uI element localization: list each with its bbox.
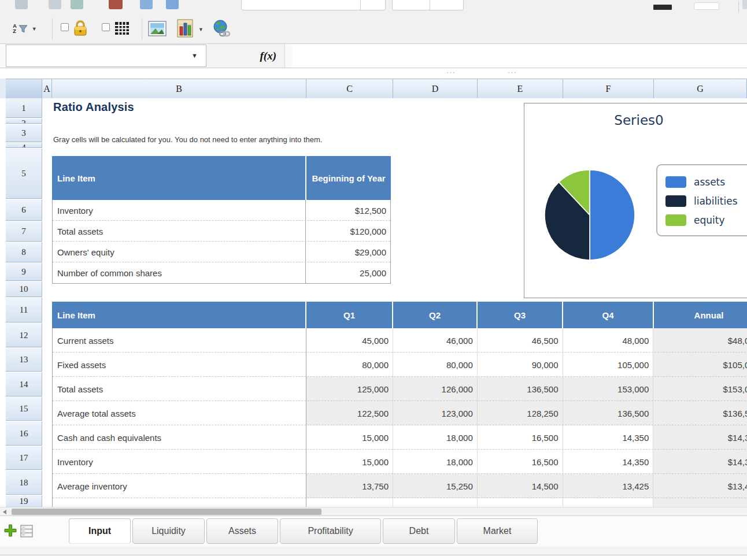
table-header-cell[interactable]: Beginning of Year <box>306 156 391 200</box>
table-cell[interactable]: 105,000 <box>563 353 654 377</box>
table-cell[interactable]: 125,000 <box>306 377 393 401</box>
table-cell[interactable]: 18,000 <box>393 450 478 474</box>
table-cell[interactable]: Current liabilities <box>53 498 306 507</box>
scrollbar-thumb[interactable] <box>12 509 321 515</box>
table-cell[interactable]: 25,000 <box>393 498 478 507</box>
protect-sheet-checkbox[interactable] <box>61 23 69 31</box>
table-cell[interactable]: Owners' equity <box>53 242 306 262</box>
row-header-3[interactable]: 3 <box>6 124 42 142</box>
table-cell[interactable]: $120,000 <box>306 221 390 242</box>
column-header-E[interactable]: E <box>478 79 563 99</box>
font-color-swatch[interactable] <box>653 5 672 10</box>
name-box[interactable]: ▼ <box>6 44 206 67</box>
table-cell[interactable]: 153,000 <box>563 377 654 401</box>
table-cell[interactable]: 46,500 <box>478 328 563 353</box>
table-cell[interactable]: 45,000 <box>306 328 393 353</box>
pie-chart-object[interactable]: Series0 assetsliabilitiesequity <box>524 103 747 298</box>
scroll-left-arrow-icon[interactable] <box>3 510 6 514</box>
table-cell[interactable]: $105,000 <box>653 353 747 377</box>
table-cell[interactable]: 48,000 <box>563 328 654 353</box>
column-header-C[interactable]: C <box>306 79 393 99</box>
row-header-12[interactable]: 12 <box>6 323 42 347</box>
table-cell[interactable]: $136,500 <box>653 401 747 425</box>
row-header-2[interactable]: 2 <box>6 118 42 124</box>
table-cell[interactable]: 122,500 <box>306 401 393 425</box>
table-cell[interactable]: $14,350 <box>653 450 747 474</box>
table-cell[interactable]: 14,500 <box>478 474 563 498</box>
formula-input[interactable] <box>292 44 747 68</box>
table-cell[interactable]: Average inventory <box>53 474 306 498</box>
table-cell[interactable]: 14,350 <box>563 425 654 450</box>
select-all-corner[interactable] <box>6 79 42 99</box>
table-cell[interactable]: $25,600 <box>653 498 747 507</box>
row-header-11[interactable]: 11 <box>6 298 42 322</box>
toolbar-icon-clipped[interactable] <box>71 0 83 9</box>
row-header-8[interactable]: 8 <box>6 242 42 262</box>
table-cell[interactable]: Average total assets <box>53 401 306 425</box>
toolbar-icon-clipped[interactable] <box>49 0 61 9</box>
table-cell[interactable]: 80,000 <box>393 353 478 377</box>
table-cell[interactable]: $13,425 <box>653 474 747 498</box>
table-cell[interactable]: 15,250 <box>393 474 478 498</box>
table-cell[interactable]: 136,500 <box>563 401 654 425</box>
row-header-19[interactable]: 19 <box>6 495 42 507</box>
insert-image-button[interactable] <box>147 20 167 37</box>
table-cell[interactable]: 128,250 <box>478 401 563 425</box>
table-header-cell[interactable]: Line Item <box>52 302 306 328</box>
sheet-tab-profitability[interactable]: Profitability <box>280 518 381 544</box>
table-cell[interactable]: 80,000 <box>306 353 393 377</box>
sheet-note-cell[interactable]: Gray cells will be calculated for you. Y… <box>53 135 322 144</box>
table-cell[interactable]: 15,000 <box>306 450 393 474</box>
column-header-F[interactable]: F <box>563 79 654 99</box>
row-header-1[interactable]: 1 <box>6 98 42 118</box>
table-cell[interactable]: $12,500 <box>306 200 390 221</box>
table-cell[interactable]: Inventory <box>53 200 306 221</box>
table-cell[interactable]: 14,350 <box>563 450 654 474</box>
row-header-4[interactable]: 4 <box>6 143 42 148</box>
column-header-D[interactable]: D <box>393 79 478 99</box>
table-cell[interactable]: 13,425 <box>563 474 654 498</box>
sheet-tab-debt[interactable]: Debt <box>383 518 455 544</box>
table-cell[interactable]: 16,500 <box>478 425 563 450</box>
table-cell[interactable]: 18,000 <box>393 425 478 450</box>
table-cell[interactable]: Cash and cash equivalents <box>53 425 306 450</box>
table-cell[interactable]: 22,500 <box>478 498 563 507</box>
table-cell[interactable]: Fixed assets <box>53 353 306 377</box>
table-cell[interactable]: Inventory <box>53 450 306 474</box>
row-header-15[interactable]: 15 <box>6 397 42 421</box>
sheet-tab-assets[interactable]: Assets <box>206 518 278 544</box>
table-cell[interactable]: 15,000 <box>306 425 393 450</box>
pane-handle-icon[interactable]: ··· <box>508 69 517 75</box>
table-cell[interactable]: Number of common shares <box>53 262 306 283</box>
table-header-cell[interactable]: Line Item <box>52 156 306 200</box>
gridlines-button[interactable] <box>113 19 131 38</box>
toolbar-icon-clipped[interactable] <box>109 0 123 9</box>
font-name-combobox[interactable] <box>241 0 386 10</box>
chevron-down-icon[interactable]: ▼ <box>191 53 198 59</box>
sheet-tab-liquidity[interactable]: Liquidity <box>132 518 205 544</box>
row-header-18[interactable]: 18 <box>6 470 42 495</box>
row-header-6[interactable]: 6 <box>6 199 42 221</box>
table-cell[interactable]: 126,000 <box>393 377 478 401</box>
table-cell[interactable]: 25,000 <box>306 262 390 283</box>
fill-color-swatch[interactable] <box>694 2 719 10</box>
insert-hyperlink-button[interactable] <box>212 18 231 39</box>
row-header-14[interactable]: 14 <box>6 372 42 396</box>
add-sheet-button[interactable] <box>3 523 18 538</box>
table-cell[interactable]: 13,750 <box>306 474 393 498</box>
table-cell[interactable]: 23,000 <box>306 498 393 507</box>
table-cell[interactable]: $14,350 <box>653 425 747 450</box>
table-cell[interactable]: 25,600 <box>563 498 654 507</box>
sheet-tab-market[interactable]: Market <box>457 518 538 544</box>
table-cell[interactable]: Current assets <box>53 328 306 353</box>
table-cell[interactable]: 136,500 <box>478 377 563 401</box>
toolbar-icon-clipped[interactable] <box>15 0 28 9</box>
toolbar-icon-clipped[interactable] <box>166 0 179 9</box>
table-header-cell[interactable]: Annual <box>654 302 747 328</box>
table-header-cell[interactable]: Q3 <box>478 302 563 328</box>
column-header-A[interactable]: A <box>42 79 52 99</box>
toolbar-icon-clipped[interactable] <box>742 0 747 9</box>
horizontal-scrollbar[interactable] <box>0 507 747 516</box>
show-gridlines-checkbox[interactable] <box>102 23 110 31</box>
table-cell[interactable]: 90,000 <box>478 353 563 377</box>
